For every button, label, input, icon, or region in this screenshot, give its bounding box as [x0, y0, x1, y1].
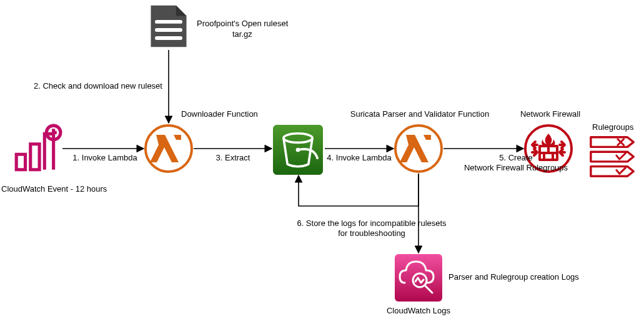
parser-label: Suricata Parser and Validator Function [345, 109, 495, 119]
ruleset-file-subtitle: tar.gz [232, 29, 270, 39]
edge-store-logs [299, 174, 419, 206]
cw-logs-side-label: Parser and Rulegroup creation Logs [448, 272, 598, 282]
cw-logs-label: CloudWatch Logs [381, 306, 456, 316]
edge-label-3: 3. Extract [211, 153, 255, 163]
edge-label-6: 6. Store the logs for incompatible rules… [281, 218, 462, 239]
downloader-label: Downloader Function [181, 109, 275, 119]
s3-bucket-icon [272, 124, 324, 176]
edge-label-4: 4. Invoke Lambda [325, 153, 394, 163]
firewall-label: Network Firewall [516, 109, 585, 119]
lambda-icon [144, 124, 194, 174]
ruleset-file-title: Proofpoint's Open ruleset [197, 19, 303, 29]
lambda-icon [394, 124, 443, 174]
edge-label-1: 1. Invoke Lambda [67, 153, 142, 163]
file-icon [145, 2, 192, 50]
rulegroups-label: Rulegroups [592, 122, 642, 132]
edge-label-5: 5. Create Network Firewall Rulegroups [460, 153, 572, 174]
svg-point-8 [296, 148, 300, 152]
rulegroups-icon [587, 131, 640, 184]
cloudwatch-logs-icon [394, 253, 443, 303]
edge-label-2: 2. Check and download new ruleset [34, 81, 171, 91]
cloudwatch-event-icon [11, 124, 62, 175]
cloudwatch-event-label: CloudWatch Event - 12 hours [1, 184, 132, 194]
